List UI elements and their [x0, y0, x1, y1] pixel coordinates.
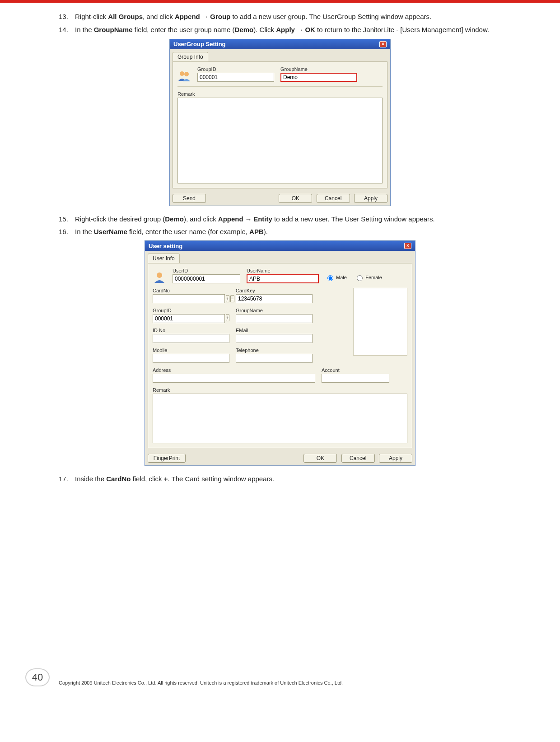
- ok-button[interactable]: OK: [279, 194, 312, 203]
- idno-field[interactable]: [153, 334, 229, 343]
- email-field[interactable]: [236, 334, 313, 343]
- groupid-field[interactable]: [153, 314, 225, 323]
- groupname-label: GroupName: [280, 66, 357, 72]
- step-number: 13.: [59, 12, 75, 22]
- dialog-button-row: FingerPrint OK Cancel Apply: [145, 451, 415, 465]
- cancel-button[interactable]: Cancel: [317, 194, 350, 203]
- remark-field[interactable]: [177, 98, 383, 183]
- cancel-button[interactable]: Cancel: [341, 454, 375, 463]
- group-info-panel: GroupID GroupName Remark: [173, 61, 387, 188]
- step-text: Inside the CardNo field, click +. The Ca…: [75, 474, 528, 484]
- telephone-field[interactable]: [236, 354, 313, 363]
- dialog-title: UserGroup Setting: [173, 41, 226, 47]
- step-16: 16. In the UserName field, enter the use…: [32, 227, 528, 237]
- dialog-titlebar[interactable]: UserGroup Setting ×: [170, 39, 390, 49]
- dialog-titlebar[interactable]: User setting ×: [145, 241, 415, 251]
- cardkey-label: CardKey: [236, 288, 313, 293]
- email-label: EMail: [236, 328, 313, 333]
- ok-button[interactable]: OK: [303, 454, 337, 463]
- step-text: Right-click All Groups, and click Append…: [75, 12, 528, 22]
- step-number: 16.: [59, 227, 75, 237]
- remark-field[interactable]: [153, 394, 407, 443]
- groupid-plus-button[interactable]: +: [226, 314, 229, 321]
- user-setting-dialog: User setting × User Info UserID UserName…: [145, 240, 415, 466]
- step-14: 14. In the GroupName field, enter the us…: [32, 25, 528, 35]
- user-icon: [153, 272, 166, 283]
- groupid-label: GroupID: [153, 308, 229, 313]
- groupname-label: GroupName: [236, 308, 313, 313]
- svg-point-0: [180, 71, 184, 76]
- step-text: In the GroupName field, enter the user g…: [75, 25, 528, 35]
- idno-label: ID No.: [153, 328, 229, 333]
- mobile-field[interactable]: [153, 354, 229, 363]
- send-button[interactable]: Send: [173, 194, 206, 203]
- instruction-list: 15. Right-click the desired group (Demo)…: [32, 214, 528, 237]
- groupid-label: GroupID: [197, 66, 274, 72]
- radio-female-input[interactable]: [357, 275, 363, 281]
- step-text: In the UserName field, enter the user na…: [75, 227, 528, 237]
- apply-button[interactable]: Apply: [379, 454, 412, 463]
- instruction-list: 13. Right-click All Groups, and click Ap…: [32, 12, 528, 35]
- user-info-panel: UserID UserName Male Female CardNo: [148, 263, 412, 448]
- photo-placeholder[interactable]: [353, 288, 407, 356]
- fingerprint-button[interactable]: FingerPrint: [148, 454, 186, 463]
- page-footer: 40 Copyright 2009 Unitech Electronics Co…: [0, 672, 560, 699]
- radio-male-input[interactable]: [327, 275, 333, 281]
- groupname-field[interactable]: [236, 314, 313, 323]
- radio-male[interactable]: Male: [325, 274, 347, 281]
- groupid-field[interactable]: [197, 73, 274, 82]
- mobile-label: Mobile: [153, 348, 229, 353]
- instruction-list: 17. Inside the CardNo field, click +. Th…: [32, 474, 528, 484]
- dialog-button-row: Send OK Cancel Apply: [170, 191, 390, 206]
- cardno-plus-button[interactable]: +: [226, 295, 229, 302]
- close-icon[interactable]: ×: [379, 41, 387, 47]
- remark-label: Remark: [153, 387, 407, 393]
- telephone-label: Telephone: [236, 348, 313, 353]
- account-label: Account: [322, 367, 389, 373]
- page-number-badge: 40: [25, 668, 50, 686]
- username-field[interactable]: [247, 274, 319, 283]
- tab-user-info[interactable]: User Info: [148, 254, 180, 263]
- cardkey-field[interactable]: [236, 294, 313, 303]
- username-label: UserName: [247, 268, 319, 273]
- userid-field[interactable]: [173, 274, 240, 283]
- svg-point-2: [157, 272, 162, 278]
- apply-button[interactable]: Apply: [354, 194, 387, 203]
- account-field[interactable]: [322, 374, 389, 383]
- radio-female[interactable]: Female: [355, 274, 382, 281]
- groupname-field[interactable]: [280, 73, 357, 82]
- cardno-field[interactable]: [153, 294, 225, 303]
- step-text: Right-click the desired group (Demo), an…: [75, 214, 528, 225]
- cardno-label: CardNo: [153, 288, 229, 293]
- copyright-text: Copyright 2009 Unitech Electronics Co., …: [59, 672, 528, 686]
- step-number: 14.: [59, 25, 75, 35]
- address-label: Address: [153, 367, 315, 373]
- step-17: 17. Inside the CardNo field, click +. Th…: [32, 474, 528, 484]
- close-icon[interactable]: ×: [404, 243, 411, 249]
- cardno-minus-button[interactable]: −: [230, 295, 234, 302]
- userid-label: UserID: [173, 268, 240, 273]
- step-number: 17.: [59, 474, 75, 484]
- user-group-icon: [177, 70, 191, 82]
- tab-group-info[interactable]: Group Info: [173, 52, 208, 61]
- step-15: 15. Right-click the desired group (Demo)…: [32, 214, 528, 225]
- address-field[interactable]: [153, 374, 315, 383]
- dialog-title: User setting: [149, 243, 182, 249]
- page-content: 13. Right-click All Groups, and click Ap…: [0, 3, 560, 491]
- step-13: 13. Right-click All Groups, and click Ap…: [32, 12, 528, 22]
- svg-point-1: [184, 72, 189, 76]
- usergroup-setting-dialog: UserGroup Setting × Group Info GroupID G…: [169, 39, 391, 206]
- step-number: 15.: [59, 214, 75, 225]
- remark-label: Remark: [177, 91, 383, 97]
